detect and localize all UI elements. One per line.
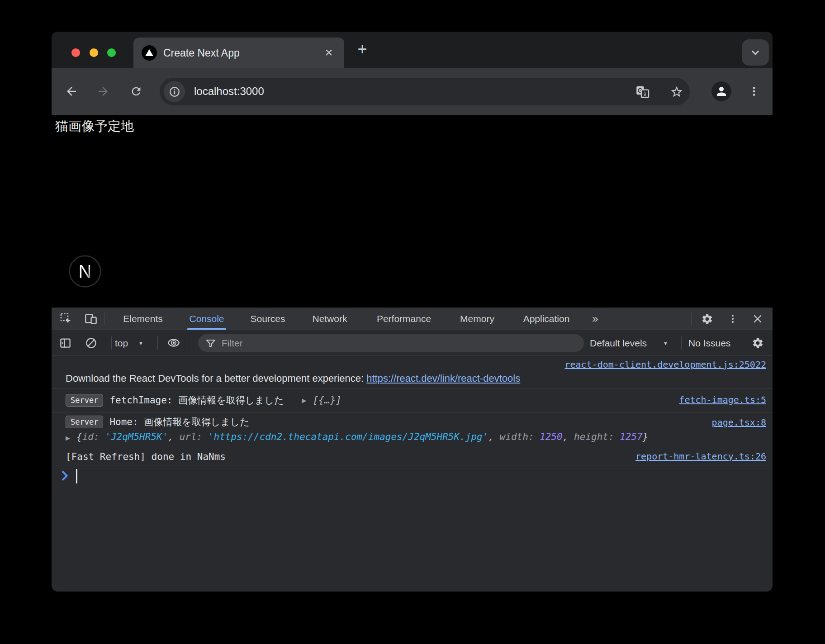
source-link[interactable]: report-hmr-latency.ts:26 <box>635 451 766 462</box>
nextjs-logo-letter: N <box>79 261 92 282</box>
device-toolbar-button[interactable] <box>82 310 100 328</box>
object-key: url <box>180 431 197 442</box>
levels-dropdown-arrow-icon[interactable]: ▼ <box>663 331 668 355</box>
object-key: height <box>574 431 608 442</box>
separator <box>681 336 682 350</box>
source-link[interactable]: fetch-image.ts:5 <box>679 394 766 405</box>
filter-funnel-icon <box>205 338 216 349</box>
message-text: Download the React DevTools for a better… <box>66 373 366 384</box>
inspect-element-button[interactable] <box>57 310 75 328</box>
tab-search-chevron-button[interactable] <box>742 39 769 66</box>
profile-avatar-button[interactable] <box>711 81 731 101</box>
chevron-down-icon <box>749 47 761 58</box>
object-string-value: 'https://cdn2.thecatapi.com/images/J2qM5… <box>208 431 488 442</box>
clear-console-button[interactable] <box>82 334 100 352</box>
info-icon <box>169 86 180 98</box>
device-toolbar-icon <box>85 313 97 325</box>
bookmark-star-button[interactable] <box>666 81 688 103</box>
object-string-value: 'J2qM5HR5K' <box>105 431 168 442</box>
browser-tab[interactable]: Create Next App × <box>133 38 344 68</box>
traffic-light-zoom[interactable] <box>107 48 116 57</box>
context-dropdown-arrow-icon[interactable]: ▼ <box>138 331 143 355</box>
devtools-menu-button[interactable] <box>724 310 742 328</box>
live-expression-button[interactable] <box>165 334 183 352</box>
console-filter[interactable] <box>198 334 584 352</box>
separator <box>111 336 112 350</box>
object-array-preview[interactable]: [{…}] <box>313 395 341 406</box>
log-levels-selector[interactable]: Default levels <box>590 331 647 355</box>
tab-memory[interactable]: Memory <box>460 308 494 330</box>
close-icon <box>752 313 763 324</box>
eye-icon <box>167 336 180 349</box>
separator <box>742 336 742 350</box>
expand-triangle-icon[interactable]: ▶ <box>66 435 70 441</box>
reload-icon <box>130 85 142 98</box>
console-sidebar-button[interactable] <box>56 334 74 352</box>
server-badge: Server <box>66 416 103 428</box>
inspect-cursor-icon <box>60 313 72 325</box>
separator <box>157 336 158 350</box>
traffic-light-close[interactable] <box>71 48 80 57</box>
tab-sources[interactable]: Sources <box>250 308 285 330</box>
brace: { <box>76 431 82 442</box>
filter-input[interactable] <box>222 334 574 352</box>
message-text: fetchImage: 画像情報を取得しました <box>109 394 284 407</box>
prompt-chevron-icon <box>62 471 69 481</box>
object-number-value: 1257 <box>620 431 643 442</box>
console-row-home: Server Home: 画像情報を取得しました page.tsx:8 ▶{id… <box>52 412 773 448</box>
traffic-light-minimize[interactable] <box>90 48 98 57</box>
navigation-bar: localhost:3000 G 文 <box>52 68 773 115</box>
back-button[interactable] <box>62 81 81 101</box>
devtools-tabbar: Elements Console Sources Network Perform… <box>52 308 773 330</box>
object-number-value: 1250 <box>540 431 563 442</box>
tab-network[interactable]: Network <box>312 308 347 330</box>
back-arrow-icon <box>65 85 78 98</box>
site-info-button[interactable] <box>164 81 185 102</box>
devtools-close-button[interactable] <box>749 310 767 328</box>
issues-counter[interactable]: No Issues <box>688 331 730 355</box>
address-bar[interactable]: localhost:3000 G 文 <box>160 78 690 105</box>
gear-icon <box>752 337 764 349</box>
console-settings-button[interactable] <box>749 334 767 352</box>
text-cursor <box>76 469 77 483</box>
tab-performance[interactable]: Performance <box>377 308 431 330</box>
source-link[interactable]: react-dom-client.development.js:25022 <box>564 359 766 370</box>
console-row-react-devtools: react-dom-client.development.js:25022 Do… <box>52 355 773 388</box>
browser-menu-button[interactable] <box>744 81 764 101</box>
server-badge: Server <box>66 394 103 407</box>
tab-application[interactable]: Application <box>523 308 570 330</box>
reload-button[interactable] <box>126 81 146 101</box>
gear-icon <box>701 313 713 325</box>
url-text[interactable]: localhost:3000 <box>194 78 264 105</box>
devtools-settings-button[interactable] <box>698 310 716 328</box>
tab-elements[interactable]: Elements <box>123 308 163 330</box>
tab-console[interactable]: Console <box>189 308 224 330</box>
forward-button[interactable] <box>93 81 113 101</box>
star-icon <box>670 85 683 99</box>
console-toolbar: top ▼ Default levels ▼ No Issues <box>52 331 773 355</box>
separator <box>104 313 105 325</box>
three-dot-menu-icon <box>727 313 738 324</box>
dock-panel-icon <box>59 337 71 349</box>
translate-button[interactable]: G 文 <box>632 81 654 103</box>
new-tab-button[interactable]: + <box>352 38 373 62</box>
context-selector[interactable]: top <box>115 331 128 355</box>
expand-triangle-icon[interactable]: ▶ <box>302 397 307 404</box>
message-text: Home: 画像情報を取得しました <box>109 416 249 428</box>
translate-icon: G 文 <box>636 85 650 99</box>
react-devtools-link[interactable]: https://react.dev/link/react-devtools <box>366 373 520 384</box>
more-tabs-button[interactable]: » <box>592 308 598 330</box>
nextjs-devtools-button[interactable]: N <box>69 256 101 287</box>
console-prompt[interactable] <box>52 467 773 487</box>
brace: } <box>643 431 649 442</box>
clear-icon <box>85 337 97 349</box>
console-row-fetch-image: Server fetchImage: 画像情報を取得しました ▶ [{…}] f… <box>52 388 773 412</box>
forward-arrow-icon <box>96 85 110 98</box>
svg-text:文: 文 <box>642 91 648 97</box>
object-key: width <box>500 431 528 442</box>
active-tab-underline <box>187 328 226 330</box>
tab-close-icon[interactable]: × <box>321 38 337 67</box>
source-link[interactable]: page.tsx:8 <box>712 417 766 428</box>
devtools-panel: Elements Console Sources Network Perform… <box>52 308 773 592</box>
cat-image-placeholder-text: 猫画像予定地 <box>55 118 134 136</box>
